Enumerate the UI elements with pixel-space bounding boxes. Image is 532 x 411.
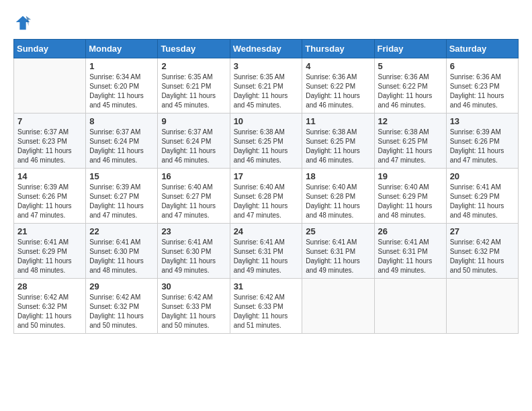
calendar-day-cell: 2Sunrise: 6:35 AMSunset: 6:21 PMDaylight…	[158, 58, 230, 113]
weekday-header: Wednesday	[230, 40, 302, 58]
calendar-week-row: 1Sunrise: 6:34 AMSunset: 6:20 PMDaylight…	[14, 58, 519, 113]
calendar-day-cell: 17Sunrise: 6:40 AMSunset: 6:28 PMDayligh…	[230, 169, 302, 224]
calendar-week-row: 21Sunrise: 6:41 AMSunset: 6:29 PMDayligh…	[14, 224, 519, 279]
calendar-table: SundayMondayTuesdayWednesdayThursdayFrid…	[13, 39, 519, 334]
day-number: 29	[89, 281, 154, 291]
calendar-day-cell: 27Sunrise: 6:42 AMSunset: 6:32 PMDayligh…	[446, 224, 518, 279]
day-number: 14	[17, 171, 82, 181]
calendar-day-cell: 31Sunrise: 6:42 AMSunset: 6:33 PMDayligh…	[230, 279, 302, 334]
logo-icon	[13, 13, 32, 32]
calendar-day-cell: 21Sunrise: 6:41 AMSunset: 6:29 PMDayligh…	[14, 224, 86, 279]
calendar-day-cell: 11Sunrise: 6:38 AMSunset: 6:25 PMDayligh…	[302, 113, 374, 169]
day-info: Sunrise: 6:35 AMSunset: 6:21 PMDaylight:…	[234, 73, 299, 110]
calendar-day-cell: 23Sunrise: 6:41 AMSunset: 6:30 PMDayligh…	[158, 224, 230, 279]
calendar-day-cell: 4Sunrise: 6:36 AMSunset: 6:22 PMDaylight…	[302, 58, 374, 113]
calendar-day-cell: 24Sunrise: 6:41 AMSunset: 6:31 PMDayligh…	[230, 224, 302, 279]
day-info: Sunrise: 6:42 AMSunset: 6:32 PMDaylight:…	[89, 293, 154, 330]
calendar-day-cell: 10Sunrise: 6:38 AMSunset: 6:25 PMDayligh…	[230, 113, 302, 169]
weekday-header: Friday	[374, 40, 446, 58]
day-number: 16	[161, 171, 226, 181]
calendar-day-cell: 29Sunrise: 6:42 AMSunset: 6:32 PMDayligh…	[86, 279, 158, 334]
calendar-day-cell: 26Sunrise: 6:41 AMSunset: 6:31 PMDayligh…	[374, 224, 446, 279]
day-number: 3	[234, 61, 299, 71]
day-info: Sunrise: 6:40 AMSunset: 6:29 PMDaylight:…	[378, 183, 443, 220]
calendar-header-row: SundayMondayTuesdayWednesdayThursdayFrid…	[14, 40, 519, 58]
day-number: 28	[17, 281, 82, 291]
day-info: Sunrise: 6:36 AMSunset: 6:22 PMDaylight:…	[378, 73, 443, 110]
day-number: 17	[234, 171, 299, 181]
calendar-week-row: 14Sunrise: 6:39 AMSunset: 6:26 PMDayligh…	[14, 169, 519, 224]
day-info: Sunrise: 6:38 AMSunset: 6:25 PMDaylight:…	[306, 128, 370, 165]
day-number: 6	[450, 61, 515, 71]
calendar-day-cell: 30Sunrise: 6:42 AMSunset: 6:33 PMDayligh…	[158, 279, 230, 334]
day-info: Sunrise: 6:38 AMSunset: 6:25 PMDaylight:…	[378, 128, 443, 165]
calendar-day-cell: 22Sunrise: 6:41 AMSunset: 6:30 PMDayligh…	[86, 224, 158, 279]
calendar-day-cell: 9Sunrise: 6:37 AMSunset: 6:24 PMDaylight…	[158, 113, 230, 169]
day-number: 12	[378, 116, 443, 126]
day-number: 8	[89, 116, 154, 126]
calendar-day-cell: 7Sunrise: 6:37 AMSunset: 6:23 PMDaylight…	[14, 113, 86, 169]
day-info: Sunrise: 6:39 AMSunset: 6:27 PMDaylight:…	[89, 183, 154, 220]
day-info: Sunrise: 6:35 AMSunset: 6:21 PMDaylight:…	[161, 73, 226, 110]
day-number: 11	[306, 116, 370, 126]
day-number: 7	[17, 116, 82, 126]
day-info: Sunrise: 6:41 AMSunset: 6:31 PMDaylight:…	[234, 238, 299, 275]
day-info: Sunrise: 6:42 AMSunset: 6:33 PMDaylight:…	[234, 293, 299, 330]
day-info: Sunrise: 6:41 AMSunset: 6:31 PMDaylight:…	[378, 238, 443, 275]
day-info: Sunrise: 6:41 AMSunset: 6:30 PMDaylight:…	[89, 238, 154, 275]
day-number: 20	[450, 171, 515, 181]
day-info: Sunrise: 6:36 AMSunset: 6:22 PMDaylight:…	[306, 73, 370, 110]
calendar-day-cell: 12Sunrise: 6:38 AMSunset: 6:25 PMDayligh…	[374, 113, 446, 169]
logo	[13, 13, 35, 32]
calendar-week-row: 28Sunrise: 6:42 AMSunset: 6:32 PMDayligh…	[14, 279, 519, 334]
day-number: 1	[89, 61, 154, 71]
calendar-day-cell: 16Sunrise: 6:40 AMSunset: 6:27 PMDayligh…	[158, 169, 230, 224]
day-info: Sunrise: 6:39 AMSunset: 6:26 PMDaylight:…	[17, 183, 82, 220]
calendar-day-cell: 15Sunrise: 6:39 AMSunset: 6:27 PMDayligh…	[86, 169, 158, 224]
day-number: 24	[234, 226, 299, 236]
day-number: 27	[450, 226, 515, 236]
day-number: 9	[161, 116, 226, 126]
calendar-day-cell: 3Sunrise: 6:35 AMSunset: 6:21 PMDaylight…	[230, 58, 302, 113]
weekday-header: Tuesday	[158, 40, 230, 58]
day-number: 22	[89, 226, 154, 236]
day-info: Sunrise: 6:42 AMSunset: 6:32 PMDaylight:…	[17, 293, 82, 330]
day-number: 26	[378, 226, 443, 236]
day-info: Sunrise: 6:37 AMSunset: 6:24 PMDaylight:…	[89, 128, 154, 165]
day-info: Sunrise: 6:39 AMSunset: 6:26 PMDaylight:…	[450, 128, 515, 165]
weekday-header: Saturday	[446, 40, 518, 58]
day-number: 23	[161, 226, 226, 236]
day-number: 30	[161, 281, 226, 291]
day-info: Sunrise: 6:42 AMSunset: 6:33 PMDaylight:…	[161, 293, 226, 330]
day-number: 2	[161, 61, 226, 71]
weekday-header: Monday	[86, 40, 158, 58]
day-info: Sunrise: 6:41 AMSunset: 6:29 PMDaylight:…	[450, 183, 515, 220]
day-info: Sunrise: 6:40 AMSunset: 6:27 PMDaylight:…	[161, 183, 226, 220]
day-info: Sunrise: 6:34 AMSunset: 6:20 PMDaylight:…	[89, 73, 154, 110]
calendar-day-cell: 13Sunrise: 6:39 AMSunset: 6:26 PMDayligh…	[446, 113, 518, 169]
calendar-day-cell	[14, 58, 86, 113]
day-info: Sunrise: 6:40 AMSunset: 6:28 PMDaylight:…	[306, 183, 370, 220]
calendar-day-cell: 28Sunrise: 6:42 AMSunset: 6:32 PMDayligh…	[14, 279, 86, 334]
calendar-day-cell: 6Sunrise: 6:36 AMSunset: 6:23 PMDaylight…	[446, 58, 518, 113]
day-number: 13	[450, 116, 515, 126]
day-info: Sunrise: 6:36 AMSunset: 6:23 PMDaylight:…	[450, 73, 515, 110]
calendar-day-cell	[374, 279, 446, 334]
day-info: Sunrise: 6:37 AMSunset: 6:24 PMDaylight:…	[161, 128, 226, 165]
calendar-day-cell: 19Sunrise: 6:40 AMSunset: 6:29 PMDayligh…	[374, 169, 446, 224]
day-info: Sunrise: 6:42 AMSunset: 6:32 PMDaylight:…	[450, 238, 515, 275]
day-number: 31	[234, 281, 299, 291]
weekday-header: Thursday	[302, 40, 374, 58]
page-header	[13, 13, 519, 32]
day-info: Sunrise: 6:40 AMSunset: 6:28 PMDaylight:…	[234, 183, 299, 220]
calendar-day-cell: 8Sunrise: 6:37 AMSunset: 6:24 PMDaylight…	[86, 113, 158, 169]
calendar-day-cell: 5Sunrise: 6:36 AMSunset: 6:22 PMDaylight…	[374, 58, 446, 113]
day-number: 21	[17, 226, 82, 236]
day-number: 19	[378, 171, 443, 181]
calendar-day-cell	[446, 279, 518, 334]
day-number: 4	[306, 61, 370, 71]
weekday-header: Sunday	[14, 40, 86, 58]
day-info: Sunrise: 6:38 AMSunset: 6:25 PMDaylight:…	[234, 128, 299, 165]
calendar-week-row: 7Sunrise: 6:37 AMSunset: 6:23 PMDaylight…	[14, 113, 519, 169]
day-info: Sunrise: 6:37 AMSunset: 6:23 PMDaylight:…	[17, 128, 82, 165]
